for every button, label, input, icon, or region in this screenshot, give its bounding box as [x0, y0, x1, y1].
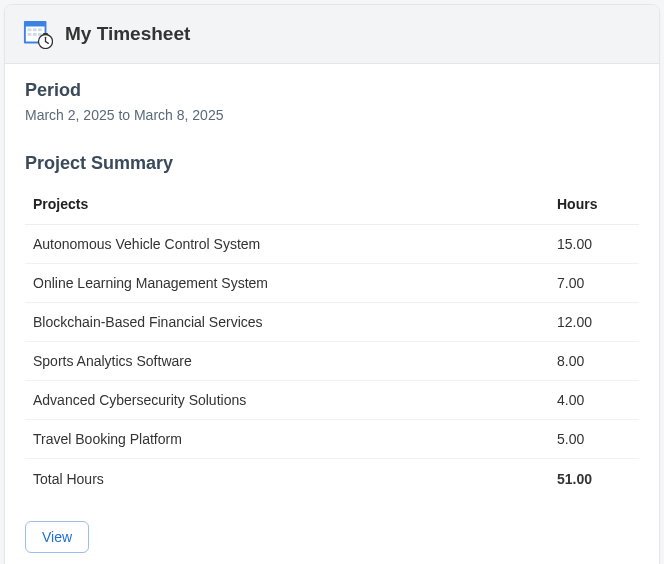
- svg-rect-6: [33, 33, 37, 36]
- card-title: My Timesheet: [65, 23, 190, 45]
- project-name: Online Learning Management System: [25, 264, 549, 303]
- col-projects: Projects: [25, 184, 549, 225]
- total-hours: 51.00: [549, 459, 639, 500]
- project-name: Sports Analytics Software: [25, 342, 549, 381]
- project-name: Blockchain-Based Financial Services: [25, 303, 549, 342]
- svg-rect-2: [28, 28, 32, 31]
- table-row: Advanced Cybersecurity Solutions 4.00: [25, 381, 639, 420]
- project-hours: 5.00: [549, 420, 639, 459]
- table-body: Autonomous Vehicle Control System 15.00 …: [25, 225, 639, 459]
- project-hours: 4.00: [549, 381, 639, 420]
- project-name: Advanced Cybersecurity Solutions: [25, 381, 549, 420]
- project-summary-table: Projects Hours Autonomous Vehicle Contro…: [25, 184, 639, 499]
- project-name: Autonomous Vehicle Control System: [25, 225, 549, 264]
- project-hours: 8.00: [549, 342, 639, 381]
- card-header: My Timesheet: [5, 5, 659, 64]
- table-header-row: Projects Hours: [25, 184, 639, 225]
- footer-actions: View: [25, 521, 639, 553]
- project-name: Travel Booking Platform: [25, 420, 549, 459]
- project-summary-title: Project Summary: [25, 153, 639, 174]
- timesheet-icon: [23, 19, 53, 49]
- total-label: Total Hours: [25, 459, 549, 500]
- card-body: Period March 2, 2025 to March 8, 2025 Pr…: [5, 64, 659, 564]
- view-button[interactable]: View: [25, 521, 89, 553]
- period-label: Period: [25, 80, 639, 101]
- col-hours: Hours: [549, 184, 639, 225]
- table-row: Sports Analytics Software 8.00: [25, 342, 639, 381]
- project-hours: 15.00: [549, 225, 639, 264]
- svg-rect-9: [43, 33, 48, 35]
- table-row: Online Learning Management System 7.00: [25, 264, 639, 303]
- timesheet-card: My Timesheet Period March 2, 2025 to Mar…: [4, 4, 660, 564]
- svg-rect-5: [28, 33, 32, 36]
- table-row: Autonomous Vehicle Control System 15.00: [25, 225, 639, 264]
- svg-rect-4: [38, 28, 42, 31]
- table-row: Blockchain-Based Financial Services 12.0…: [25, 303, 639, 342]
- project-hours: 12.00: [549, 303, 639, 342]
- svg-rect-3: [33, 28, 37, 31]
- project-hours: 7.00: [549, 264, 639, 303]
- period-value: March 2, 2025 to March 8, 2025: [25, 107, 639, 123]
- table-row: Travel Booking Platform 5.00: [25, 420, 639, 459]
- total-row: Total Hours 51.00: [25, 459, 639, 500]
